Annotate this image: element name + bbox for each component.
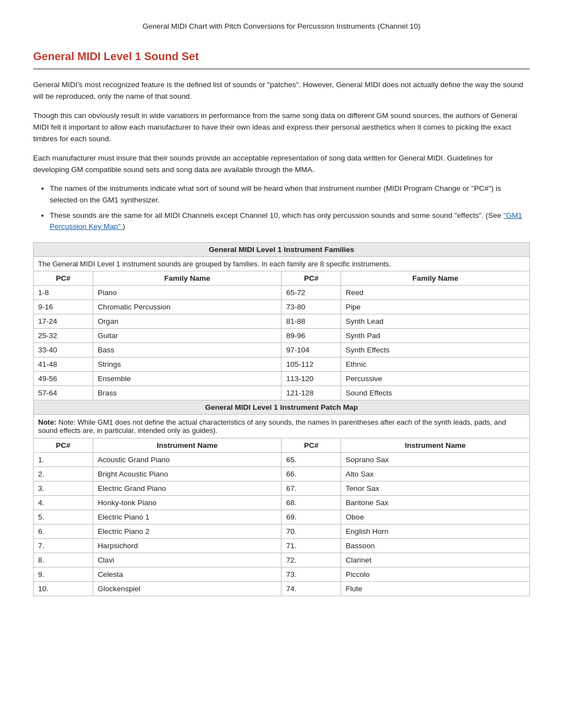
section-heading: General MIDI Level 1 Sound Set xyxy=(33,50,530,63)
families-intro-text: The General MIDI Level 1 instrument soun… xyxy=(34,257,530,271)
families-col-pc2: PC# xyxy=(282,271,341,286)
patch-note-row: Note: Note: While GM1 does not define th… xyxy=(34,415,530,438)
bullet-item-1: The names of the instruments indicate wh… xyxy=(50,183,530,206)
table-row: 1.Acoustic Grand Piano65.Soprano Sax xyxy=(34,453,530,467)
patch-col-pc1: PC# xyxy=(34,438,93,453)
table-row: 25-32Guitar89-96Synth Pad xyxy=(34,329,530,343)
table-row: 8.Clavi72.Clarinet xyxy=(34,553,530,568)
intro-para-1: General MIDI's most recognized feature i… xyxy=(33,79,530,103)
table-row: 57-64Brass121-128Sound Effects xyxy=(34,386,530,400)
table-row: 6.Electric Piano 270.English Horn xyxy=(34,524,530,539)
table-row: 17-24Organ81-88Synth Lead xyxy=(34,314,530,329)
intro-para-3: Each manufacturer must insure that their… xyxy=(33,153,530,176)
families-table: General MIDI Level 1 Instrument Families… xyxy=(33,242,530,596)
patch-col-name1: Instrument Name xyxy=(93,438,282,453)
table-row: 2.Bright Acoustic Piano66.Alto Sax xyxy=(34,467,530,481)
patch-col-pc2: PC# xyxy=(282,438,341,453)
families-col-pc1: PC# xyxy=(34,271,93,286)
table-row: 49-56Ensemble113-120Percussive xyxy=(34,372,530,386)
families-col-headers: PC# Family Name PC# Family Name xyxy=(34,271,530,286)
families-col-name1: Family Name xyxy=(93,271,282,286)
page-title: General MIDI Chart with Pitch Conversion… xyxy=(33,22,530,30)
patch-note-text: Note: Note: While GM1 does not define th… xyxy=(34,415,530,438)
section-divider xyxy=(33,68,530,69)
families-table-header-row: General MIDI Level 1 Instrument Families xyxy=(34,243,530,257)
families-col-name2: Family Name xyxy=(341,271,530,286)
table-row: 9-16Chromatic Percussion73-80Pipe xyxy=(34,300,530,314)
intro-para-2: Though this can obviously result in wide… xyxy=(33,110,530,145)
patch-col-headers: PC# Instrument Name PC# Instrument Name xyxy=(34,438,530,453)
table-row: 33-40Bass97-104Synth Effects xyxy=(34,343,530,357)
families-intro-row: The General MIDI Level 1 instrument soun… xyxy=(34,257,530,271)
patch-table-header-row: General MIDI Level 1 Instrument Patch Ma… xyxy=(34,400,530,415)
patch-table-title: General MIDI Level 1 Instrument Patch Ma… xyxy=(34,400,530,415)
table-row: 4.Honky-tonk Piano68.Baritone Sax xyxy=(34,496,530,510)
bullet-item-2: These sounds are the same for all MIDI C… xyxy=(50,210,530,233)
table-row: 9.Celesta73.Piccolo xyxy=(34,568,530,582)
patch-col-name2: Instrument Name xyxy=(341,438,530,453)
families-table-title: General MIDI Level 1 Instrument Families xyxy=(34,243,530,257)
bullet-list: The names of the instruments indicate wh… xyxy=(50,183,530,232)
table-row: 3.Electric Grand Piano67.Tenor Sax xyxy=(34,481,530,496)
table-row: 10.Glockenspiel74.Flute xyxy=(34,582,530,596)
table-row: 41-48Strings105-112Ethnic xyxy=(34,357,530,372)
table-row: 5.Electric Piano 169.Oboe xyxy=(34,510,530,524)
table-row: 1-8Piano65-72Reed xyxy=(34,286,530,300)
table-row: 7.Harpsichord71.Bassoon xyxy=(34,539,530,553)
